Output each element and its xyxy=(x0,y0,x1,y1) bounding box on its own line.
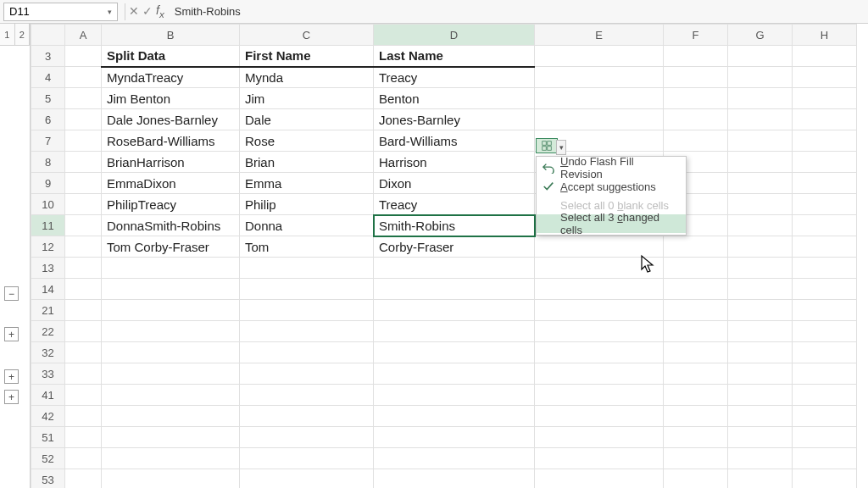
cell[interactable] xyxy=(664,130,728,152)
cell[interactable] xyxy=(374,363,535,385)
column-header-E[interactable]: E xyxy=(535,25,664,46)
cell[interactable] xyxy=(664,236,728,258)
cell[interactable] xyxy=(374,427,535,448)
cell[interactable] xyxy=(664,342,728,363)
cell[interactable] xyxy=(793,46,857,67)
cell[interactable] xyxy=(664,363,728,385)
row-header[interactable]: 33 xyxy=(31,363,65,385)
cell[interactable] xyxy=(728,385,793,406)
row-header[interactable]: 4 xyxy=(31,67,65,88)
cell[interactable] xyxy=(102,321,240,342)
name-box[interactable]: D11 ▾ xyxy=(3,3,118,21)
cell[interactable] xyxy=(664,88,728,109)
cell[interactable] xyxy=(374,406,535,427)
column-header-A[interactable]: A xyxy=(65,25,102,46)
cell[interactable]: Corby-Fraser xyxy=(374,236,535,258)
cell[interactable] xyxy=(65,173,102,194)
row-header[interactable]: 13 xyxy=(31,258,65,279)
menu-item[interactable]: Select all 3 changed cells xyxy=(537,214,686,233)
cell[interactable] xyxy=(65,342,102,363)
cell[interactable] xyxy=(65,406,102,427)
cell[interactable] xyxy=(728,448,793,469)
cell[interactable]: BrianHarrison xyxy=(102,152,240,173)
column-header-G[interactable]: G xyxy=(728,25,793,46)
cell[interactable] xyxy=(374,448,535,469)
cell[interactable] xyxy=(102,469,240,489)
cell[interactable] xyxy=(535,321,664,342)
cell[interactable] xyxy=(65,448,102,469)
cell[interactable] xyxy=(65,88,102,109)
cell[interactable] xyxy=(728,152,793,173)
cell[interactable] xyxy=(793,215,857,236)
cell[interactable] xyxy=(793,152,857,173)
cell[interactable] xyxy=(535,469,664,489)
row-header[interactable]: 8 xyxy=(31,152,65,173)
cell[interactable] xyxy=(65,363,102,385)
cell[interactable]: MyndaTreacy xyxy=(102,67,240,88)
cell[interactable] xyxy=(102,300,240,321)
cell[interactable] xyxy=(793,130,857,152)
cell[interactable] xyxy=(793,88,857,109)
cell[interactable] xyxy=(65,258,102,279)
row-header[interactable]: 41 xyxy=(31,385,65,406)
cell[interactable] xyxy=(65,279,102,300)
cell[interactable] xyxy=(102,342,240,363)
cell[interactable] xyxy=(664,46,728,67)
cell[interactable] xyxy=(728,279,793,300)
cell[interactable] xyxy=(793,363,857,385)
cell[interactable] xyxy=(793,258,857,279)
column-header-H[interactable]: H xyxy=(793,25,857,46)
cell[interactable] xyxy=(664,448,728,469)
row-header[interactable]: 9 xyxy=(31,173,65,194)
cell[interactable] xyxy=(728,300,793,321)
cell[interactable] xyxy=(728,130,793,152)
cell[interactable] xyxy=(793,194,857,215)
cell[interactable] xyxy=(240,363,374,385)
cell[interactable] xyxy=(65,46,102,67)
menu-item[interactable]: Undo Flash Fill Revision xyxy=(537,158,686,177)
cell[interactable]: Tom xyxy=(240,236,374,258)
cell[interactable]: Philip xyxy=(240,194,374,215)
cell[interactable] xyxy=(240,279,374,300)
row-header[interactable]: 42 xyxy=(31,406,65,427)
cell[interactable] xyxy=(664,321,728,342)
flash-fill-options-button[interactable] xyxy=(536,138,558,153)
cell[interactable] xyxy=(535,258,664,279)
row-header[interactable]: 11 xyxy=(31,215,65,236)
row-header[interactable]: 21 xyxy=(31,300,65,321)
menu-item[interactable]: Accept suggestions xyxy=(537,177,686,196)
cell[interactable] xyxy=(793,469,857,489)
cell[interactable] xyxy=(240,300,374,321)
cell[interactable] xyxy=(793,321,857,342)
cell[interactable] xyxy=(240,342,374,363)
cell[interactable]: RoseBard-Williams xyxy=(102,130,240,152)
cell[interactable] xyxy=(240,469,374,489)
cell[interactable] xyxy=(374,342,535,363)
cell[interactable] xyxy=(65,300,102,321)
cell[interactable] xyxy=(535,279,664,300)
cell[interactable] xyxy=(728,258,793,279)
cell[interactable]: Rose xyxy=(240,130,374,152)
cell[interactable]: Jim Benton xyxy=(102,88,240,109)
row-header[interactable]: 22 xyxy=(31,321,65,342)
cell[interactable] xyxy=(65,109,102,130)
outline-expand-button[interactable]: + xyxy=(4,390,19,404)
cell[interactable] xyxy=(728,363,793,385)
cell[interactable] xyxy=(65,67,102,88)
cell[interactable] xyxy=(65,152,102,173)
cell[interactable] xyxy=(728,469,793,489)
cell[interactable]: Brian xyxy=(240,152,374,173)
enter-icon[interactable]: ✓ xyxy=(142,4,153,18)
cell[interactable] xyxy=(65,130,102,152)
cell[interactable]: Harrison xyxy=(374,152,535,173)
cell[interactable] xyxy=(374,258,535,279)
cell[interactable] xyxy=(664,258,728,279)
cell[interactable]: Dale xyxy=(240,109,374,130)
cell[interactable] xyxy=(664,469,728,489)
cell[interactable] xyxy=(728,321,793,342)
cell[interactable] xyxy=(535,88,664,109)
row-header[interactable]: 6 xyxy=(31,109,65,130)
cell[interactable] xyxy=(664,67,728,88)
cell[interactable]: Mynda xyxy=(240,67,374,88)
outline-level-1[interactable]: 1 xyxy=(0,24,15,45)
